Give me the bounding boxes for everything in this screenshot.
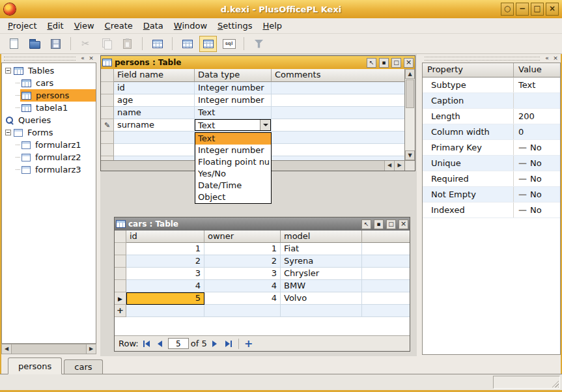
current-cell[interactable]: 5 (126, 292, 204, 305)
property-value[interactable]: —No (514, 203, 560, 217)
comments-cell[interactable] (272, 144, 404, 156)
design-view-button[interactable] (199, 36, 217, 52)
property-row[interactable]: Unique —No (423, 156, 560, 171)
maximize-button[interactable]: □ (531, 3, 544, 16)
column-header-id[interactable]: id (126, 231, 204, 243)
owner-cell[interactable]: 3 (204, 268, 281, 280)
comments-cell[interactable] (272, 94, 404, 107)
row-indicator[interactable] (101, 107, 114, 119)
cars-window-titlebar[interactable]: cars : Table ↖ ▪ □ × (115, 217, 410, 231)
scroll-left-icon[interactable]: ◀ (385, 161, 395, 171)
dropdown-option-datetime[interactable]: Date/Time (195, 180, 271, 191)
previous-record-button[interactable] (154, 338, 166, 350)
tree-item-forms[interactable]: Forms (2, 126, 96, 139)
scrollbar-thumb[interactable] (406, 79, 414, 108)
dropdown-option-text[interactable]: Text (195, 133, 271, 145)
comments-cell[interactable] (272, 119, 404, 132)
column-header-field-name[interactable]: Field name (114, 69, 195, 82)
add-record-button[interactable]: + (243, 338, 255, 350)
owner-cell[interactable]: 2 (204, 255, 281, 268)
undock-icon[interactable]: ↖ (361, 219, 371, 229)
scrollbar-thumb[interactable] (12, 344, 86, 354)
navigator-float-icon[interactable]: « (79, 54, 87, 62)
field-name-cell[interactable]: age (114, 94, 195, 107)
resize-grip[interactable] (550, 379, 559, 387)
comments-cell[interactable] (272, 82, 404, 94)
scroll-right-icon[interactable]: ▶ (395, 161, 404, 171)
scroll-up-icon[interactable]: ▲ (405, 69, 415, 79)
property-row[interactable]: Length 200 (423, 109, 560, 124)
expander-icon[interactable] (5, 130, 11, 135)
id-cell[interactable]: 4 (126, 280, 204, 292)
model-cell[interactable]: Volvo (281, 292, 362, 305)
tab-persons[interactable]: persons (8, 357, 62, 374)
property-float-icon[interactable]: « (543, 54, 551, 62)
row-indicator[interactable] (101, 132, 114, 144)
menu-create[interactable]: Create (100, 20, 138, 32)
navigator-horizontal-scrollbar[interactable]: ◀ ▶ (1, 344, 96, 354)
comments-cell[interactable] (272, 107, 404, 119)
field-name-cell[interactable]: id (114, 82, 195, 94)
dropdown-option-yesno[interactable]: Yes/No (195, 168, 271, 180)
next-record-button[interactable] (209, 338, 221, 350)
owner-cell[interactable] (204, 305, 281, 317)
property-value[interactable]: —No (514, 156, 560, 171)
property-value[interactable]: —No (514, 140, 560, 155)
last-record-button[interactable] (223, 338, 234, 350)
tree-item-cars[interactable]: cars (2, 77, 96, 89)
property-value[interactable]: 0 (514, 124, 560, 139)
model-cell[interactable]: Fiat (281, 243, 362, 255)
model-cell[interactable]: Chrysler (281, 268, 362, 280)
property-close-icon[interactable]: × (552, 54, 559, 62)
property-value[interactable]: —No (514, 171, 560, 186)
first-record-button[interactable] (141, 338, 152, 350)
property-row[interactable]: Subtype Text (423, 77, 560, 93)
menu-settings[interactable]: Settings (212, 20, 257, 32)
id-cell[interactable]: 1 (126, 243, 204, 255)
menu-help[interactable]: Help (257, 20, 287, 32)
dropdown-option-integer[interactable]: Integer number (195, 145, 271, 156)
model-cell[interactable] (281, 305, 362, 317)
data-type-cell[interactable]: Integer number (195, 94, 272, 107)
owner-cell[interactable]: 4 (204, 292, 281, 305)
menu-data[interactable]: Data (138, 20, 169, 32)
tree-item-formularz3[interactable]: formularz3 (2, 163, 96, 176)
property-dock-handle[interactable]: « × (422, 55, 561, 63)
save-button[interactable] (47, 36, 64, 52)
minimize-icon[interactable]: ▪ (374, 219, 384, 229)
property-row[interactable]: Primary Key —No (423, 140, 560, 156)
navigator-close-icon[interactable]: × (87, 54, 95, 62)
field-name-cell[interactable]: name (114, 107, 195, 119)
id-cell[interactable]: 3 (126, 268, 204, 280)
tab-cars[interactable]: cars (64, 359, 102, 374)
data-view-button[interactable] (178, 36, 196, 52)
titlebar[interactable]: d.kexi - PlusOfficePL Kexi ○ − □ × (0, 0, 562, 18)
property-value[interactable]: Text (514, 77, 560, 92)
column-header-comments[interactable]: Comments (272, 69, 404, 82)
sql-view-button[interactable]: sql (220, 36, 238, 52)
row-indicator[interactable] (115, 243, 126, 255)
close-icon[interactable]: × (399, 219, 408, 229)
menu-project[interactable]: Project (3, 20, 42, 32)
dropdown-option-float[interactable]: Floating point nu (195, 156, 271, 168)
property-row[interactable]: Column width 0 (423, 124, 560, 140)
property-value[interactable]: 200 (514, 109, 560, 124)
tree-item-tabela1[interactable]: tabela1 (2, 102, 96, 114)
combobox-dropdown-button[interactable] (260, 120, 270, 130)
data-type-combobox[interactable]: Text (195, 119, 271, 131)
row-indicator[interactable] (115, 255, 126, 268)
vertical-scrollbar[interactable]: ▲ ▼ (404, 69, 415, 160)
persons-window-titlebar[interactable]: persons : Table ↖ ▪ □ × (101, 56, 415, 69)
minimize-icon[interactable]: ▪ (379, 58, 389, 68)
tree-item-formularz1[interactable]: formularz1 (2, 139, 96, 151)
row-indicator[interactable] (101, 94, 114, 107)
menu-view[interactable]: View (69, 20, 100, 32)
new-object-button[interactable] (5, 36, 23, 52)
expander-icon[interactable] (5, 68, 11, 74)
menu-window[interactable]: Window (169, 20, 212, 32)
property-value[interactable] (514, 93, 560, 108)
record-number-input[interactable] (168, 338, 189, 349)
scroll-right-icon[interactable]: ▶ (86, 344, 96, 354)
paste-button[interactable] (119, 36, 136, 52)
property-row[interactable]: Required —No (423, 171, 560, 187)
